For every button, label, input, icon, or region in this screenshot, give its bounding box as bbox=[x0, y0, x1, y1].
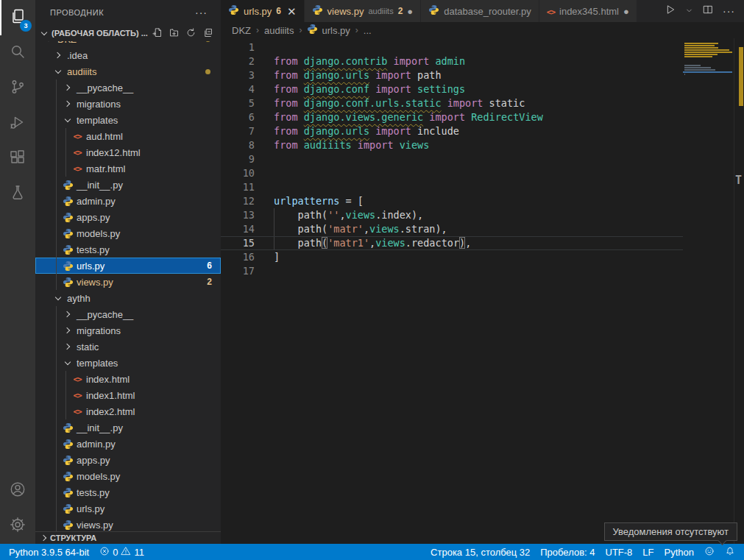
code-line-15[interactable]: 15 path('matr1',views.redactor), bbox=[221, 236, 683, 250]
tree-item-dkz[interactable]: DKZ bbox=[35, 41, 221, 47]
split-editor-icon[interactable] bbox=[702, 4, 714, 18]
tree-item-urls-py[interactable]: urls.py bbox=[35, 500, 221, 517]
activity-source-control[interactable] bbox=[0, 71, 35, 106]
python-file-icon bbox=[62, 422, 74, 433]
dirty-indicator-icon[interactable]: ● bbox=[623, 6, 629, 17]
tree-item-models-py[interactable]: models.py bbox=[35, 225, 221, 241]
code-line-11[interactable]: 11 bbox=[221, 180, 683, 194]
code-line-12[interactable]: 12urlpatterns = [ bbox=[221, 194, 683, 208]
run-icon[interactable] bbox=[665, 4, 676, 18]
tree-item-migrations[interactable]: migrations bbox=[35, 322, 221, 339]
code-line-8[interactable]: 8from audiiits import views bbox=[221, 138, 683, 152]
breadcrumb-item[interactable]: audiiits bbox=[264, 25, 294, 36]
tree-indent-guide bbox=[56, 241, 57, 258]
python-file-icon bbox=[62, 454, 74, 466]
bell-status[interactable] bbox=[720, 544, 740, 560]
activity-testing[interactable] bbox=[0, 177, 35, 212]
activity-settings[interactable] bbox=[0, 508, 35, 544]
minimap[interactable] bbox=[683, 40, 734, 129]
eol-status[interactable]: LF bbox=[637, 544, 659, 560]
tree-item-apps-py[interactable]: apps.py bbox=[35, 452, 221, 468]
tree-item-matr-html[interactable]: <>matr.html bbox=[35, 160, 221, 177]
tree-item-templates[interactable]: templates bbox=[35, 112, 221, 128]
activity-account[interactable] bbox=[0, 473, 35, 508]
code-line-17[interactable]: 17 bbox=[221, 264, 683, 278]
python-interpreter-status[interactable]: Python 3.9.5 64-bit bbox=[4, 544, 94, 560]
tree-item-index1-html[interactable]: <>index1.html bbox=[35, 387, 221, 403]
activity-explorer[interactable]: 3 bbox=[0, 0, 35, 35]
tree-item-aud-html[interactable]: <>aud.html bbox=[35, 128, 221, 144]
feedback-status[interactable] bbox=[699, 544, 720, 560]
encoding-status[interactable]: UTF-8 bbox=[600, 544, 638, 560]
tree-item--init-py[interactable]: __init__.py bbox=[35, 419, 221, 436]
tree-item-models-py[interactable]: models.py bbox=[35, 468, 221, 484]
dirty-indicator-icon[interactable]: ● bbox=[407, 6, 413, 17]
code-line-9[interactable]: 9 bbox=[221, 152, 683, 166]
tree-item-tests-py[interactable]: tests.py bbox=[35, 241, 221, 258]
code-line-16[interactable]: 16] bbox=[221, 250, 683, 264]
tab-urls-py[interactable]: urls.py6✕ bbox=[221, 0, 305, 22]
run-dropdown-icon[interactable] bbox=[685, 4, 693, 18]
tab-views-py[interactable]: views.pyaudiiits2● bbox=[305, 0, 422, 22]
new-file-icon[interactable] bbox=[152, 27, 163, 40]
tree-item-index12-html[interactable]: <>index12.html bbox=[35, 144, 221, 160]
tree-indent-guide bbox=[65, 128, 66, 144]
minimap-line bbox=[683, 71, 732, 73]
tree-item-views-py[interactable]: views.py2 bbox=[35, 274, 221, 290]
tree-item-audiiits[interactable]: audiiits bbox=[35, 63, 221, 79]
refresh-icon[interactable] bbox=[185, 27, 196, 40]
tree-item--pycache-[interactable]: __pycache__ bbox=[35, 79, 221, 96]
problems-status[interactable]: 011 bbox=[94, 544, 149, 560]
tree-item-urls-py[interactable]: urls.py6 bbox=[35, 258, 221, 274]
tree-item-admin-py[interactable]: admin.py bbox=[35, 436, 221, 452]
tree-item-index-html[interactable]: <>index.html bbox=[35, 371, 221, 387]
tree-item--init-py[interactable]: __init__.py bbox=[35, 177, 221, 193]
new-folder-icon[interactable] bbox=[169, 27, 180, 40]
indentation-status[interactable]: Пробелов: 4 bbox=[535, 544, 600, 560]
code-line-13[interactable]: 13 path('',views.index), bbox=[221, 208, 683, 222]
tree-item-templates[interactable]: templates bbox=[35, 355, 221, 371]
activity-extensions[interactable] bbox=[0, 141, 35, 177]
code-line-3[interactable]: 3from django.urls import path bbox=[221, 68, 683, 82]
scrollbar-track[interactable] bbox=[734, 38, 734, 544]
tree-item-apps-py[interactable]: apps.py bbox=[35, 209, 221, 225]
activity-run-and-debug[interactable] bbox=[0, 106, 35, 141]
breadcrumb-item[interactable]: DKZ bbox=[232, 25, 251, 36]
tree-item-index2-html[interactable]: <>index2.html bbox=[35, 403, 221, 419]
tree-item--idea[interactable]: .idea bbox=[35, 47, 221, 63]
code-line-2[interactable]: 2from django.contrib import admin bbox=[221, 54, 683, 68]
tree-item--pycache-[interactable]: __pycache__ bbox=[35, 306, 221, 322]
breadcrumb-label: ... bbox=[364, 25, 372, 36]
collapse-all-icon[interactable] bbox=[202, 27, 213, 40]
tree-item-label: aud.html bbox=[86, 131, 123, 142]
language-mode-status[interactable]: Python bbox=[659, 544, 699, 560]
outline-section-header[interactable]: СТРУКТУРА bbox=[35, 531, 221, 544]
tab-database-roouter-py[interactable]: database_roouter.py bbox=[421, 0, 539, 22]
code-line-14[interactable]: 14 path('matr',views.stran), bbox=[221, 222, 683, 236]
tree-item-migrations[interactable]: migrations bbox=[35, 96, 221, 112]
code-line-1[interactable]: 1 bbox=[221, 40, 683, 54]
workspace-section-header[interactable]: (РАБОЧАЯ ОБЛАСТЬ) ... bbox=[35, 25, 221, 41]
close-icon[interactable]: ✕ bbox=[287, 6, 297, 17]
code-line-5[interactable]: 5from django.conf.urls.static import sta… bbox=[221, 96, 683, 110]
code-line-4[interactable]: 4from django.conf import settings bbox=[221, 82, 683, 96]
code-line-10[interactable]: 10 bbox=[221, 166, 683, 180]
tab-description: audiiits bbox=[368, 7, 393, 15]
tree-item-label: apps.py bbox=[77, 212, 110, 223]
more-actions-icon[interactable]: ··· bbox=[723, 5, 735, 17]
breadcrumb-item[interactable]: ... bbox=[364, 25, 372, 36]
code-editor[interactable]: 12from django.contrib import admin3from … bbox=[221, 38, 744, 544]
code-line-6[interactable]: 6from django.views.generic import Redire… bbox=[221, 110, 683, 124]
sidebar-more-actions-icon[interactable]: ··· bbox=[195, 7, 208, 18]
breadcrumb-item[interactable]: urls.py bbox=[307, 24, 350, 37]
cursor-position-status[interactable]: Строка 15, столбец 32 bbox=[425, 544, 535, 560]
tree-item-aythh[interactable]: aythh bbox=[35, 290, 221, 306]
code-line-7[interactable]: 7from django.urls import include bbox=[221, 124, 683, 138]
right-margin-letter: T bbox=[735, 174, 742, 187]
tree-item-tests-py[interactable]: tests.py bbox=[35, 484, 221, 500]
activity-search[interactable] bbox=[0, 35, 35, 71]
tab-index345-html[interactable]: <>index345.html● bbox=[539, 0, 637, 22]
tree-item-static[interactable]: static bbox=[35, 339, 221, 355]
tree-item-admin-py[interactable]: admin.py bbox=[35, 193, 221, 209]
tree-item-views-py[interactable]: views.py bbox=[35, 517, 221, 531]
